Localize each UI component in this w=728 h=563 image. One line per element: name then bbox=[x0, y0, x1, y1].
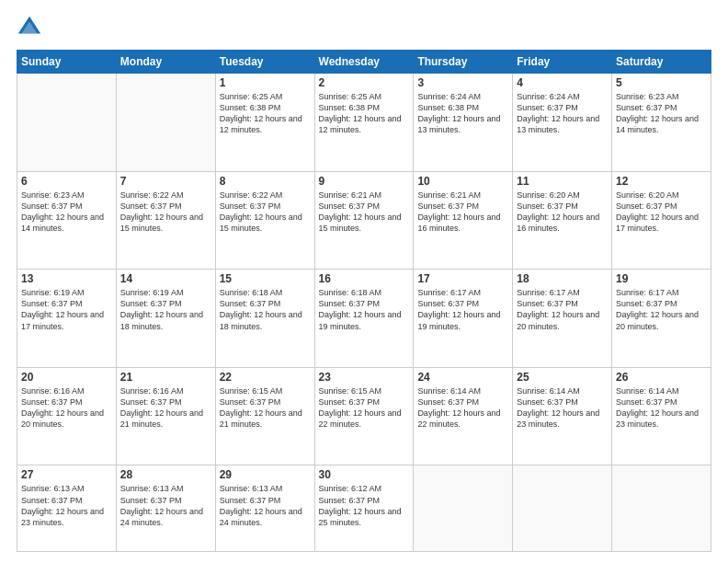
calendar-cell: 15Sunrise: 6:18 AM Sunset: 6:37 PM Dayli… bbox=[215, 270, 314, 368]
calendar-cell: 11Sunrise: 6:20 AM Sunset: 6:37 PM Dayli… bbox=[513, 171, 612, 270]
day-info: Sunrise: 6:14 AM Sunset: 6:37 PM Dayligh… bbox=[616, 385, 707, 431]
calendar-cell: 28Sunrise: 6:13 AM Sunset: 6:37 PM Dayli… bbox=[116, 465, 215, 552]
calendar-cell: 2Sunrise: 6:25 AM Sunset: 6:38 PM Daylig… bbox=[314, 74, 414, 172]
calendar-cell: 26Sunrise: 6:14 AM Sunset: 6:37 PM Dayli… bbox=[612, 367, 711, 465]
calendar-cell: 17Sunrise: 6:17 AM Sunset: 6:37 PM Dayli… bbox=[414, 270, 513, 368]
day-number: 3 bbox=[417, 76, 508, 89]
calendar-week-row: 20Sunrise: 6:16 AM Sunset: 6:37 PM Dayli… bbox=[17, 367, 711, 465]
day-number: 1 bbox=[220, 76, 311, 89]
day-info: Sunrise: 6:13 AM Sunset: 6:37 PM Dayligh… bbox=[220, 483, 311, 528]
day-info: Sunrise: 6:20 AM Sunset: 6:37 PM Dayligh… bbox=[517, 190, 608, 235]
calendar-cell: 22Sunrise: 6:15 AM Sunset: 6:37 PM Dayli… bbox=[215, 367, 314, 465]
day-number: 11 bbox=[517, 175, 608, 188]
calendar-cell: 19Sunrise: 6:17 AM Sunset: 6:37 PM Dayli… bbox=[612, 270, 711, 368]
calendar-cell: 30Sunrise: 6:12 AM Sunset: 6:37 PM Dayli… bbox=[314, 465, 414, 552]
day-number: 10 bbox=[417, 175, 508, 188]
day-info: Sunrise: 6:17 AM Sunset: 6:37 PM Dayligh… bbox=[517, 287, 608, 332]
day-info: Sunrise: 6:15 AM Sunset: 6:37 PM Dayligh… bbox=[319, 385, 410, 431]
calendar-cell: 6Sunrise: 6:23 AM Sunset: 6:37 PM Daylig… bbox=[17, 171, 117, 270]
calendar-cell: 27Sunrise: 6:13 AM Sunset: 6:37 PM Dayli… bbox=[17, 465, 117, 552]
calendar-cell: 16Sunrise: 6:18 AM Sunset: 6:37 PM Dayli… bbox=[314, 270, 414, 368]
weekday-header-saturday: Saturday bbox=[612, 51, 711, 74]
day-info: Sunrise: 6:16 AM Sunset: 6:37 PM Dayligh… bbox=[21, 385, 112, 431]
calendar-cell: 1Sunrise: 6:25 AM Sunset: 6:38 PM Daylig… bbox=[215, 74, 314, 172]
calendar-cell: 14Sunrise: 6:19 AM Sunset: 6:37 PM Dayli… bbox=[116, 270, 215, 368]
calendar-cell: 29Sunrise: 6:13 AM Sunset: 6:37 PM Dayli… bbox=[215, 465, 314, 552]
day-info: Sunrise: 6:13 AM Sunset: 6:37 PM Dayligh… bbox=[120, 483, 211, 528]
calendar-cell: 9Sunrise: 6:21 AM Sunset: 6:37 PM Daylig… bbox=[314, 171, 414, 270]
weekday-header-wednesday: Wednesday bbox=[314, 51, 414, 74]
calendar-body: 1Sunrise: 6:25 AM Sunset: 6:38 PM Daylig… bbox=[17, 74, 711, 552]
calendar-cell: 25Sunrise: 6:14 AM Sunset: 6:37 PM Dayli… bbox=[513, 367, 612, 465]
logo bbox=[17, 15, 46, 40]
day-number: 15 bbox=[220, 272, 311, 285]
calendar-cell: 4Sunrise: 6:24 AM Sunset: 6:37 PM Daylig… bbox=[513, 74, 612, 172]
day-number: 22 bbox=[220, 371, 311, 384]
calendar-header: SundayMondayTuesdayWednesdayThursdayFrid… bbox=[17, 51, 711, 74]
day-info: Sunrise: 6:12 AM Sunset: 6:37 PM Dayligh… bbox=[319, 483, 410, 528]
calendar-cell: 20Sunrise: 6:16 AM Sunset: 6:37 PM Dayli… bbox=[17, 367, 117, 465]
day-info: Sunrise: 6:19 AM Sunset: 6:37 PM Dayligh… bbox=[120, 287, 211, 332]
calendar-cell: 21Sunrise: 6:16 AM Sunset: 6:37 PM Dayli… bbox=[116, 367, 215, 465]
day-number: 29 bbox=[220, 468, 311, 481]
day-number: 2 bbox=[319, 76, 410, 89]
day-number: 14 bbox=[120, 272, 211, 285]
day-number: 27 bbox=[21, 468, 112, 481]
day-info: Sunrise: 6:18 AM Sunset: 6:37 PM Dayligh… bbox=[319, 287, 410, 332]
day-number: 20 bbox=[21, 371, 112, 384]
day-info: Sunrise: 6:24 AM Sunset: 6:38 PM Dayligh… bbox=[417, 91, 508, 136]
day-number: 19 bbox=[616, 272, 707, 285]
calendar-week-row: 6Sunrise: 6:23 AM Sunset: 6:37 PM Daylig… bbox=[17, 171, 711, 270]
day-info: Sunrise: 6:13 AM Sunset: 6:37 PM Dayligh… bbox=[21, 483, 112, 528]
calendar-cell: 10Sunrise: 6:21 AM Sunset: 6:37 PM Dayli… bbox=[414, 171, 513, 270]
day-info: Sunrise: 6:18 AM Sunset: 6:37 PM Dayligh… bbox=[220, 287, 311, 332]
day-number: 23 bbox=[319, 371, 410, 384]
logo-icon bbox=[17, 15, 42, 40]
weekday-header-thursday: Thursday bbox=[414, 51, 513, 74]
day-number: 24 bbox=[417, 371, 508, 384]
day-info: Sunrise: 6:25 AM Sunset: 6:38 PM Dayligh… bbox=[220, 91, 311, 136]
day-info: Sunrise: 6:16 AM Sunset: 6:37 PM Dayligh… bbox=[120, 385, 211, 431]
calendar-cell bbox=[116, 74, 215, 172]
day-number: 4 bbox=[517, 76, 608, 89]
day-number: 25 bbox=[517, 371, 608, 384]
day-number: 21 bbox=[120, 371, 211, 384]
calendar-table: SundayMondayTuesdayWednesdayThursdayFrid… bbox=[17, 50, 711, 552]
day-number: 17 bbox=[417, 272, 508, 285]
weekday-header-friday: Friday bbox=[513, 51, 612, 74]
page: SundayMondayTuesdayWednesdayThursdayFrid… bbox=[0, 0, 728, 563]
calendar-cell bbox=[513, 465, 612, 552]
day-number: 9 bbox=[319, 175, 410, 188]
day-number: 30 bbox=[319, 468, 410, 481]
day-number: 26 bbox=[616, 371, 707, 384]
calendar-cell: 7Sunrise: 6:22 AM Sunset: 6:37 PM Daylig… bbox=[116, 171, 215, 270]
weekday-header-tuesday: Tuesday bbox=[215, 51, 314, 74]
day-number: 13 bbox=[21, 272, 112, 285]
calendar-cell: 12Sunrise: 6:20 AM Sunset: 6:37 PM Dayli… bbox=[612, 171, 711, 270]
day-number: 8 bbox=[220, 175, 311, 188]
day-info: Sunrise: 6:22 AM Sunset: 6:37 PM Dayligh… bbox=[220, 190, 311, 235]
calendar-cell: 3Sunrise: 6:24 AM Sunset: 6:38 PM Daylig… bbox=[414, 74, 513, 172]
day-info: Sunrise: 6:15 AM Sunset: 6:37 PM Dayligh… bbox=[220, 385, 311, 431]
day-info: Sunrise: 6:21 AM Sunset: 6:37 PM Dayligh… bbox=[319, 190, 410, 235]
calendar-cell: 13Sunrise: 6:19 AM Sunset: 6:37 PM Dayli… bbox=[17, 270, 117, 368]
calendar-cell: 5Sunrise: 6:23 AM Sunset: 6:37 PM Daylig… bbox=[612, 74, 711, 172]
calendar-cell bbox=[414, 465, 513, 552]
day-info: Sunrise: 6:23 AM Sunset: 6:37 PM Dayligh… bbox=[21, 190, 112, 235]
day-number: 7 bbox=[120, 175, 211, 188]
day-info: Sunrise: 6:20 AM Sunset: 6:37 PM Dayligh… bbox=[616, 190, 707, 235]
calendar-week-row: 1Sunrise: 6:25 AM Sunset: 6:38 PM Daylig… bbox=[17, 74, 711, 172]
calendar-week-row: 13Sunrise: 6:19 AM Sunset: 6:37 PM Dayli… bbox=[17, 270, 711, 368]
day-info: Sunrise: 6:19 AM Sunset: 6:37 PM Dayligh… bbox=[21, 287, 112, 332]
day-number: 5 bbox=[616, 76, 707, 89]
day-info: Sunrise: 6:17 AM Sunset: 6:37 PM Dayligh… bbox=[616, 287, 707, 332]
day-info: Sunrise: 6:14 AM Sunset: 6:37 PM Dayligh… bbox=[517, 385, 608, 431]
day-info: Sunrise: 6:21 AM Sunset: 6:37 PM Dayligh… bbox=[417, 190, 508, 235]
day-number: 18 bbox=[517, 272, 608, 285]
day-number: 6 bbox=[21, 175, 112, 188]
calendar-cell: 23Sunrise: 6:15 AM Sunset: 6:37 PM Dayli… bbox=[314, 367, 414, 465]
calendar-cell: 8Sunrise: 6:22 AM Sunset: 6:37 PM Daylig… bbox=[215, 171, 314, 270]
day-info: Sunrise: 6:24 AM Sunset: 6:37 PM Dayligh… bbox=[517, 91, 608, 136]
calendar-cell: 18Sunrise: 6:17 AM Sunset: 6:37 PM Dayli… bbox=[513, 270, 612, 368]
day-info: Sunrise: 6:25 AM Sunset: 6:38 PM Dayligh… bbox=[319, 91, 410, 136]
